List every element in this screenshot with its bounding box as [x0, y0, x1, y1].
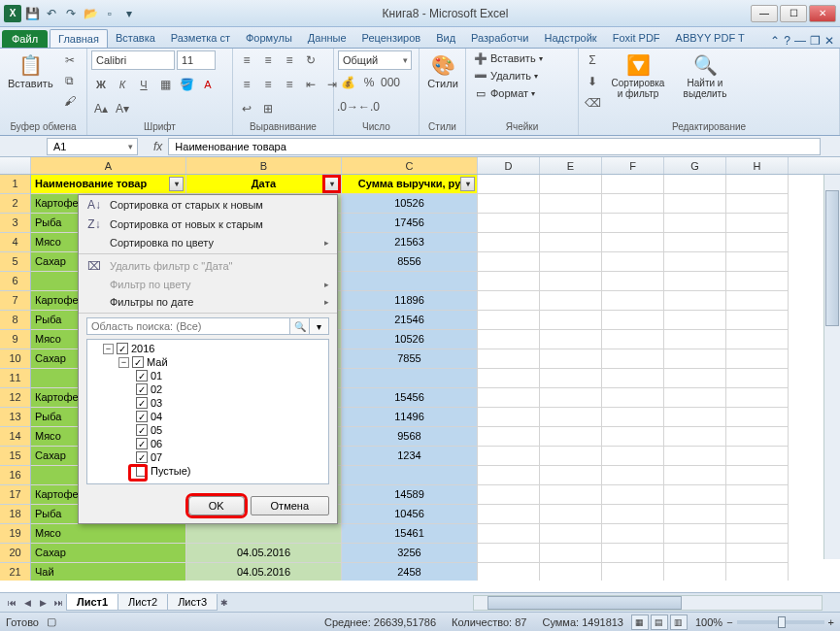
cell-blank[interactable]	[540, 272, 602, 291]
cell-a-21[interactable]: Чай	[31, 563, 186, 581]
cell-c-2[interactable]: 10526	[342, 194, 478, 214]
cell-blank[interactable]	[726, 311, 789, 330]
sheet-last-icon[interactable]: ⏭	[50, 595, 66, 611]
ribbon-tab-0[interactable]: Главная	[50, 29, 108, 48]
cell-blank[interactable]	[602, 349, 664, 369]
cell-c-13[interactable]: 11496	[342, 408, 478, 427]
cell-blank[interactable]	[540, 233, 602, 252]
cell-b-19[interactable]	[186, 524, 342, 544]
cell-blank[interactable]	[602, 291, 664, 311]
cell-blank[interactable]	[664, 330, 726, 349]
cell-blank[interactable]	[540, 291, 602, 311]
row-header-13[interactable]: 13	[0, 408, 31, 427]
maximize-button[interactable]: ☐	[780, 5, 807, 22]
inc-decimal-icon[interactable]: .0→	[338, 97, 357, 116]
row-header-7[interactable]: 7	[0, 291, 31, 311]
sort-old-new-item[interactable]: A↓Сортировка от старых к новым	[79, 195, 337, 215]
column-header-E[interactable]: E	[540, 157, 602, 174]
cell-blank[interactable]	[726, 349, 789, 369]
cell-blank[interactable]	[602, 272, 664, 291]
row-header-2[interactable]: 2	[0, 194, 31, 214]
macro-record-icon[interactable]: ▢	[47, 615, 56, 628]
table-header-b[interactable]: Дата▾	[186, 175, 342, 194]
cell-blank[interactable]	[726, 563, 789, 581]
column-header-D[interactable]: D	[478, 157, 540, 174]
autosum-icon[interactable]: Σ	[583, 50, 602, 70]
cell-blank[interactable]	[540, 427, 602, 447]
cell-blank[interactable]	[664, 233, 726, 252]
cell-blank[interactable]	[664, 447, 726, 466]
row-header-20[interactable]: 20	[0, 544, 31, 563]
cell-blank[interactable]	[726, 272, 789, 291]
align-mid-icon[interactable]: ≡	[258, 50, 278, 70]
cell-c-4[interactable]: 21563	[342, 233, 478, 252]
open-icon[interactable]: 📂	[82, 5, 99, 22]
cell-blank[interactable]	[602, 427, 664, 447]
cell-blank[interactable]	[540, 252, 602, 272]
paste-button[interactable]: 📋 Вставить	[4, 50, 57, 91]
day-checkbox-01[interactable]	[136, 370, 148, 382]
save-icon[interactable]: 💾	[23, 5, 41, 22]
merge-icon[interactable]: ⊞	[258, 99, 278, 118]
format-painter-icon[interactable]: 🖌	[60, 91, 80, 111]
cell-blank[interactable]	[664, 505, 726, 524]
cell-blank[interactable]	[540, 485, 602, 505]
copy-icon[interactable]: ⧉	[60, 71, 80, 90]
tree-collapse-icon[interactable]: −	[118, 357, 129, 368]
cell-blank[interactable]	[602, 311, 664, 330]
zoom-slider[interactable]	[737, 620, 824, 624]
cell-blank[interactable]	[726, 175, 789, 194]
cell-blank[interactable]	[664, 311, 726, 330]
align-right-icon[interactable]: ≡	[280, 75, 299, 94]
formula-input[interactable]: Наименование товара	[168, 138, 821, 155]
cell-blank[interactable]	[602, 466, 664, 485]
filter-search-input[interactable]	[86, 317, 290, 335]
cell-blank[interactable]	[602, 544, 664, 563]
month-checkbox[interactable]	[132, 356, 144, 368]
align-center-icon[interactable]: ≡	[258, 75, 278, 94]
day-checkbox-06[interactable]	[136, 438, 148, 449]
cell-blank[interactable]	[726, 369, 789, 388]
day-checkbox-02[interactable]	[136, 383, 148, 395]
cell-blank[interactable]	[478, 369, 540, 388]
table-header-a[interactable]: Наименование товар▾	[31, 175, 186, 194]
cell-blank[interactable]	[540, 524, 602, 544]
cell-blank[interactable]	[602, 214, 664, 233]
cell-blank[interactable]	[540, 175, 602, 194]
help-icon[interactable]: ?	[784, 34, 790, 48]
row-header-17[interactable]: 17	[0, 485, 31, 505]
cell-blank[interactable]	[478, 330, 540, 349]
cell-c-5[interactable]: 8556	[342, 252, 478, 272]
ribbon-tab-4[interactable]: Данные	[300, 29, 354, 48]
cell-blank[interactable]	[726, 544, 789, 563]
cell-blank[interactable]	[664, 272, 726, 291]
cell-blank[interactable]	[726, 524, 789, 544]
ribbon-tab-3[interactable]: Формулы	[238, 29, 300, 48]
font-color-icon[interactable]: A	[198, 75, 218, 94]
cell-c-6[interactable]	[342, 272, 478, 291]
cell-c-9[interactable]: 10526	[342, 330, 478, 349]
zoom-in-icon[interactable]: +	[828, 616, 834, 628]
cell-c-8[interactable]: 21546	[342, 311, 478, 330]
row-header-11[interactable]: 11	[0, 369, 31, 388]
row-header-6[interactable]: 6	[0, 272, 31, 291]
cell-blank[interactable]	[664, 388, 726, 408]
cell-blank[interactable]	[478, 252, 540, 272]
font-size-select[interactable]: 11	[177, 50, 216, 70]
cell-blank[interactable]	[664, 427, 726, 447]
cell-blank[interactable]	[478, 563, 540, 581]
wrap-text-icon[interactable]: ↩	[237, 99, 256, 118]
table-header-c[interactable]: Сумма выручки, ру▾	[342, 175, 478, 194]
cell-blank[interactable]	[478, 388, 540, 408]
minimize-ribbon-icon[interactable]: ⌃	[770, 34, 780, 48]
italic-icon[interactable]: К	[113, 75, 132, 94]
cell-b-21[interactable]: 04.05.2016	[186, 563, 342, 581]
sort-filter-button[interactable]: 🔽 Сортировка и фильтр	[605, 50, 671, 101]
sheet-next-icon[interactable]: ▶	[35, 595, 50, 611]
day-checkbox-07[interactable]	[136, 451, 148, 463]
cell-blank[interactable]	[540, 349, 602, 369]
cell-blank[interactable]	[602, 369, 664, 388]
delete-cells-button[interactable]: ➖Удалить▾	[470, 68, 542, 83]
doc-close-icon[interactable]: ✕	[824, 34, 834, 48]
vscroll-thumb[interactable]	[825, 190, 839, 326]
